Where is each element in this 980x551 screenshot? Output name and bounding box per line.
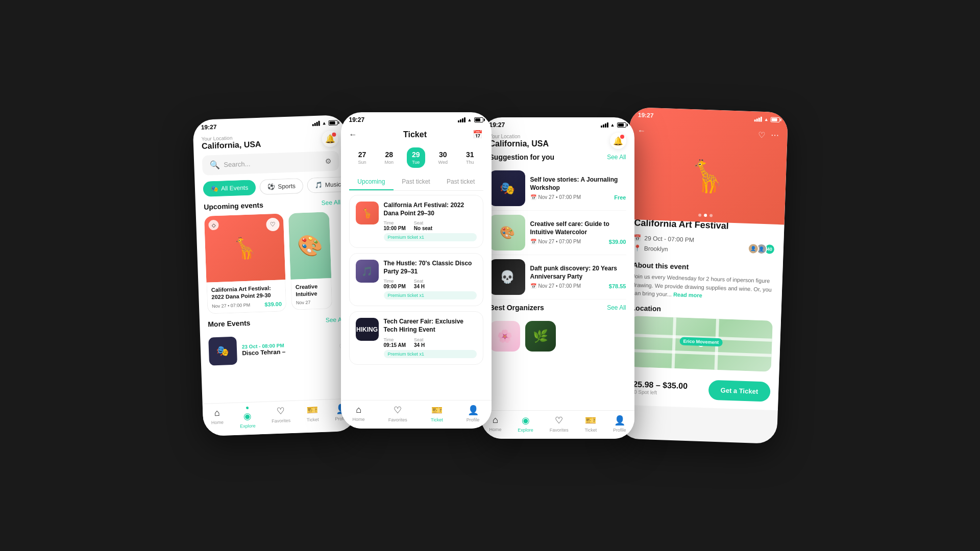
event-info-2: Creative Intuitive Nov 27 xyxy=(290,278,332,310)
nav-label-home-2: Home xyxy=(353,417,365,422)
events-row-1: 🦒 ♡ ◇ California Art Festival: 2022 Dana… xyxy=(195,211,352,320)
sugg-price-1: Free xyxy=(614,194,626,201)
ticket-badge-2: Premium ticket x1 xyxy=(384,291,477,299)
suggestion-item-1[interactable]: 🎭 Self love stories: A Journaling Worksh… xyxy=(489,166,626,211)
detail-heart-btn[interactable]: ♡ xyxy=(757,130,765,140)
back-btn-2[interactable]: ← xyxy=(349,130,357,139)
date-30[interactable]: 30 Wed xyxy=(433,147,453,168)
detail-meta-top: 📅 29 Oct - 07:00 PM 📍 Brooklyn 👤 👤 40 xyxy=(633,234,775,260)
get-ticket-btn-4[interactable]: Get a Ticket xyxy=(708,380,771,402)
about-text-4: Join us every Wednesday for 2 hours of i… xyxy=(631,272,774,302)
ticket-item-1[interactable]: 🦒 California Art Festival: 2022 Dana Poi… xyxy=(349,195,483,248)
org-avatar-1[interactable]: 🌸 xyxy=(489,321,520,352)
more-event-img-1: 🎭 xyxy=(208,336,237,365)
see-all-suggestions-3[interactable]: See All xyxy=(607,154,626,161)
notification-btn-3[interactable]: 🔔 xyxy=(610,133,626,149)
ticket-img-3: HIKING xyxy=(356,318,379,341)
tab-past-2[interactable]: Past ticket xyxy=(438,174,483,190)
time-1: 19:27 xyxy=(201,123,216,131)
detail-back-btn[interactable]: ← xyxy=(637,126,646,136)
tab-past-1[interactable]: Past ticket xyxy=(394,174,438,190)
tab-upcoming[interactable]: Upcoming xyxy=(349,174,394,190)
dot-3 xyxy=(709,214,713,217)
detail-event-emoji: 🦒 xyxy=(687,157,726,195)
read-more-btn[interactable]: Read more xyxy=(673,291,702,298)
signal-3 xyxy=(601,122,608,128)
nav-home-2[interactable]: ⌂ Home xyxy=(353,405,365,422)
event-card-2[interactable]: 🎨 Creative Intuitive Nov 27 xyxy=(288,212,332,311)
signal-4 xyxy=(754,116,762,122)
ticket-name-3: Tech Career Fair: Exclusive Tech Hiring … xyxy=(384,318,477,334)
filter-icon-1[interactable]: ⚙ xyxy=(325,157,332,165)
ticket-item-2[interactable]: 🎵 The Hustle: 70's Classic Disco Party 2… xyxy=(349,253,483,306)
cat-all-events[interactable]: 🎭 All Events xyxy=(203,180,256,197)
ticket-seat-3: Seat 34 H xyxy=(414,337,425,348)
event-info-1: California Art Festival: 2022 Dana Point… xyxy=(206,280,286,314)
profile-icon-2: 👤 xyxy=(468,405,479,416)
notif-dot-3 xyxy=(620,135,624,139)
nav-ticket-2[interactable]: 🎫 Ticket xyxy=(431,405,443,422)
sugg-img-1: 🎭 xyxy=(489,170,525,206)
sugg-img-2: 🎨 xyxy=(489,215,525,251)
ticket-item-3[interactable]: HIKING Tech Career Fair: Exclusive Tech … xyxy=(349,311,483,364)
battery-2 xyxy=(474,117,483,122)
calendar-icon-s3: 📅 xyxy=(530,283,536,289)
map-label-4: Erico Movement xyxy=(679,337,722,346)
org-avatar-2[interactable]: 🌿 xyxy=(525,321,556,352)
ticket-name-2: The Hustle: 70's Classic Disco Party 29–… xyxy=(384,260,477,276)
date-27[interactable]: 27 Sun xyxy=(353,147,371,168)
nav-favorites-3[interactable]: ♡ Favorites xyxy=(550,415,569,433)
ticket-icon-3: 🎫 xyxy=(585,415,596,426)
nav-favorites-2[interactable]: ♡ Favorites xyxy=(388,405,407,422)
event-meta-1: Nov 27 • 07:00 PM $39.00 xyxy=(211,300,281,309)
notification-btn-1[interactable]: 🔔 xyxy=(322,130,338,147)
ticket-icon-2: 🎫 xyxy=(431,405,443,416)
sugg-meta-2: 📅 Nov 27 • 07:00 PM $39.00 xyxy=(530,239,626,245)
favorites-icon-2: ♡ xyxy=(394,405,402,416)
event-heart-1[interactable]: ♡ xyxy=(266,218,280,232)
ticket-seat-1: Seat No seat xyxy=(414,220,432,231)
location-section-4: Location Erico Movement xyxy=(629,304,773,372)
event-img-2: 🎨 xyxy=(288,212,331,280)
nav-favorites-1[interactable]: ♡ Favorites xyxy=(271,405,290,428)
date-29[interactable]: 29 Tue xyxy=(407,147,425,168)
status-bar-3: 19:27 ▲ xyxy=(481,117,634,131)
nav-ticket-3[interactable]: 🎫 Ticket xyxy=(585,415,597,433)
organizers-header-3: Best Organizers See All xyxy=(481,304,634,317)
ticket-title-2: Ticket xyxy=(403,130,427,139)
sugg-date-2: Nov 27 • 07:00 PM xyxy=(538,239,581,244)
nav-label-ticket-1: Ticket xyxy=(306,417,318,422)
nav-profile-3[interactable]: 👤 Profile xyxy=(613,415,626,433)
cat-sports[interactable]: ⚽ Sports xyxy=(259,178,303,195)
nav-home-1[interactable]: ⌂ Home xyxy=(210,408,224,430)
nav-explore-3[interactable]: ◉ Explore xyxy=(518,415,533,433)
see-all-organizers-3[interactable]: See All xyxy=(607,304,626,311)
sugg-date-3: Nov 27 • 07:00 PM xyxy=(538,283,581,289)
date-28[interactable]: 28 Mon xyxy=(379,147,399,168)
search-bar-1[interactable]: 🔍 Search... ⚙ xyxy=(202,151,339,175)
wifi-1: ▲ xyxy=(322,120,326,126)
detail-image-section: 19:27 ▲ xyxy=(626,107,788,225)
map-container-4[interactable]: Erico Movement xyxy=(629,316,772,372)
phone-detail: 19:27 ▲ xyxy=(618,107,788,444)
nav-label-profile-2: Profile xyxy=(467,417,480,422)
suggestion-item-2[interactable]: 🎨 Creative self care: Guide to Intuitive… xyxy=(489,211,626,255)
event-date-1: Nov 27 • 07:00 PM xyxy=(211,302,250,309)
explore-icon-3: ◉ xyxy=(522,415,530,426)
more-event-item-1[interactable]: 🎭 23 Oct - 08:00 PM Disco Tehran – ♡ xyxy=(208,329,346,369)
detail-more-btn[interactable]: ⋯ xyxy=(771,130,779,140)
nav-label-ticket-2: Ticket xyxy=(431,417,443,422)
wifi-2: ▲ xyxy=(468,117,472,122)
ticket-info-1: California Art Festival: 2022 Dana Point… xyxy=(384,202,477,241)
nav-explore-1[interactable]: ◉ Explore xyxy=(239,407,255,429)
see-all-upcoming-1[interactable]: See All xyxy=(321,198,340,206)
nav-profile-2[interactable]: 👤 Profile xyxy=(467,405,480,422)
nav-ticket-1[interactable]: 🎫 Ticket xyxy=(306,404,318,427)
event-card-1[interactable]: 🦒 ♡ ◇ California Art Festival: 2022 Dana… xyxy=(204,213,286,314)
sugg-meta-3: 📅 Nov 27 • 07:00 PM $78.55 xyxy=(530,283,626,289)
calendar-btn-2[interactable]: 📅 xyxy=(473,130,483,139)
active-indicator-1 xyxy=(246,407,248,409)
date-31[interactable]: 31 Thu xyxy=(461,147,479,168)
nav-label-home-1: Home xyxy=(211,420,223,425)
suggestion-item-3[interactable]: 💀 Daft punk discovery: 20 Years Annivers… xyxy=(489,255,626,299)
